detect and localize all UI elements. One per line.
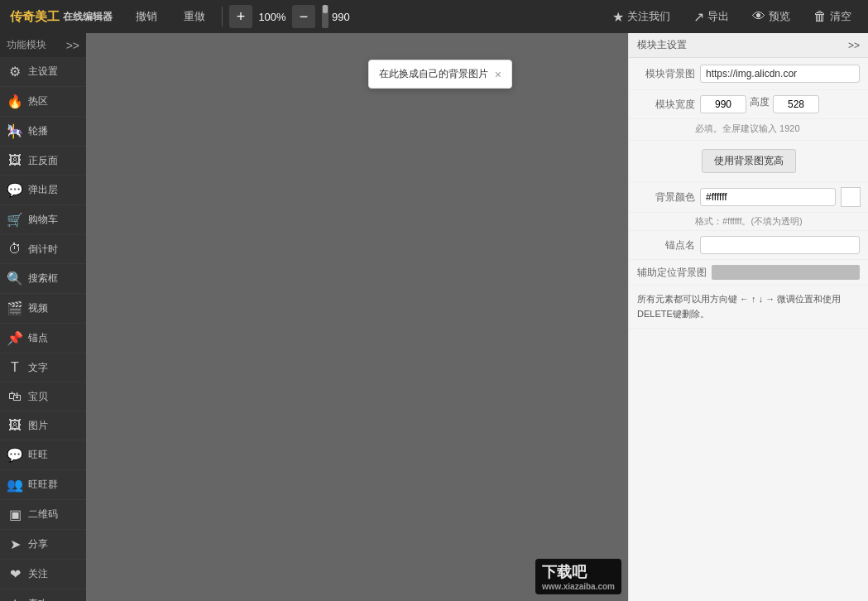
assist-bg-row: 辅助定位背景图 <box>629 260 868 286</box>
color-input[interactable] <box>700 188 836 206</box>
height-input[interactable] <box>773 95 819 113</box>
color-label: 背景颜色 <box>637 190 695 204</box>
color-swatch[interactable] <box>841 187 861 207</box>
sidebar-item-wangwang-group[interactable]: 👥 旺旺群 <box>0 470 86 500</box>
sidebar-item-main-settings[interactable]: ⚙ 主设置 <box>0 57 86 87</box>
format-hint-text: 格式：#ffffff。(不填为透明) <box>695 216 803 226</box>
anchor-row: 锚点名 <box>629 231 868 260</box>
sidebar-header: 功能模块 >> <box>0 33 86 57</box>
tooltip-close-button[interactable]: × <box>495 68 501 81</box>
sidebar-label-countdown: 倒计时 <box>28 243 58 257</box>
divider-1 <box>222 7 223 26</box>
sidebar-item-front-back[interactable]: 🖼 正反面 <box>0 147 86 175</box>
width-label: 模块宽度 <box>637 98 695 112</box>
export-button[interactable]: ↗ 导出 <box>683 2 739 31</box>
sidebar-item-text[interactable]: T 文字 <box>0 353 86 382</box>
logo-text: 传奇美工 <box>10 9 60 25</box>
panel-width-row: 模块宽度 高度 <box>629 90 868 119</box>
like-icon: ★ <box>7 596 23 601</box>
sidebar: 功能模块 >> ⚙ 主设置 🔥 热区 🎠 轮播 🖼 正反面 💬 弹出层 🛒 购物… <box>0 33 86 601</box>
zoom-value: 100% <box>257 11 287 23</box>
sidebar-item-anchor[interactable]: 📌 锚点 <box>0 324 86 353</box>
zoom-out-button[interactable]: − <box>292 5 315 28</box>
anchor-label: 锚点名 <box>637 238 695 252</box>
sidebar-label-text: 文字 <box>28 361 48 375</box>
sidebar-label-image: 图片 <box>28 419 48 433</box>
panel-bg-image-row: 模块背景图 <box>629 58 868 90</box>
carousel-icon: 🎠 <box>7 123 23 139</box>
clear-button[interactable]: 🗑 清空 <box>803 2 861 31</box>
assist-bg-label: 辅助定位背景图 <box>637 266 707 280</box>
width-input[interactable] <box>700 95 746 113</box>
share-icon: ➤ <box>7 536 23 552</box>
sidebar-label-share: 分享 <box>28 537 48 551</box>
sidebar-label-front-back: 正反面 <box>28 154 58 168</box>
export-label: 导出 <box>707 9 729 24</box>
sidebar-item-countdown[interactable]: ⏱ 倒计时 <box>0 235 86 264</box>
watermark-line2: www.xiazaiba.com <box>542 582 615 591</box>
sidebar-item-video[interactable]: 🎬 视频 <box>0 294 86 324</box>
use-size-button[interactable]: 使用背景图宽高 <box>702 149 796 173</box>
cart-icon: 🛒 <box>7 212 23 228</box>
hint-row: 必填。全屏建议输入 1920 <box>629 119 868 141</box>
follow-heart-icon: ❤ <box>7 566 23 582</box>
dim-box: 高度 <box>700 95 819 113</box>
tip-text: 所有元素都可以用方向键 ← ↑ ↓ → 微调位置和使用DELETE键删除。 <box>637 294 841 319</box>
sidebar-item-carousel[interactable]: 🎠 轮播 <box>0 117 86 147</box>
panel-section-label: 模块主设置 <box>637 38 687 52</box>
sidebar-expand-icon[interactable]: >> <box>66 39 79 52</box>
sidebar-label-qrcode: 二维码 <box>28 507 58 522</box>
follow-button[interactable]: ★ 关注我们 <box>602 2 680 31</box>
preview-icon: 👁 <box>752 9 765 24</box>
undo-button[interactable]: 撤销 <box>122 0 170 33</box>
panel-expand-icon[interactable]: >> <box>848 40 860 51</box>
anchor-input[interactable] <box>700 236 860 254</box>
sidebar-item-hotzone[interactable]: 🔥 热区 <box>0 87 86 117</box>
sidebar-label-carousel: 轮播 <box>28 124 48 138</box>
sidebar-label-cart: 购物车 <box>28 213 58 227</box>
scroll-bar <box>322 5 328 28</box>
sidebar-item-qrcode[interactable]: ▣ 二维码 <box>0 500 86 530</box>
preview-button[interactable]: 👁 预览 <box>742 2 800 31</box>
wangwang-group-icon: 👥 <box>7 477 23 493</box>
scroll-value: 990 <box>332 11 350 23</box>
sidebar-item-share[interactable]: ➤ 分享 <box>0 530 86 560</box>
canvas-area[interactable]: 在此换成自己的背景图片 × 下载吧 www.xiazaiba.com <box>86 33 628 601</box>
hotzone-icon: 🔥 <box>7 94 23 109</box>
sidebar-label-search: 搜索框 <box>28 272 58 286</box>
settings-icon: ⚙ <box>7 64 23 79</box>
sidebar-label-anchor: 锚点 <box>28 331 48 345</box>
watermark: 下载吧 www.xiazaiba.com <box>535 559 621 594</box>
sidebar-item-wangwang[interactable]: 💬 旺旺 <box>0 440 86 470</box>
zoom-in-button[interactable]: + <box>229 5 252 28</box>
sidebar-item-search[interactable]: 🔍 搜索框 <box>0 264 86 294</box>
tip-row: 所有元素都可以用方向键 ← ↑ ↓ → 微调位置和使用DELETE键删除。 <box>629 286 868 329</box>
sidebar-item-like[interactable]: ★ 喜欢 <box>0 589 86 601</box>
front-back-icon: 🖼 <box>7 153 23 168</box>
sidebar-item-popup[interactable]: 💬 弹出层 <box>0 175 86 205</box>
text-icon: T <box>7 360 23 375</box>
clear-icon: 🗑 <box>813 9 827 24</box>
bg-image-input[interactable] <box>700 65 860 83</box>
panel-section-header: 模块主设置 >> <box>629 33 868 58</box>
countdown-icon: ⏱ <box>7 242 23 257</box>
header-right: ★ 关注我们 ↗ 导出 👁 预览 🗑 清空 <box>602 2 868 31</box>
sidebar-item-product[interactable]: 🛍 宝贝 <box>0 382 86 411</box>
right-panel: 模块主设置 >> 模块背景图 模块宽度 高度 必填。全屏建议输入 1920 使用… <box>628 33 868 601</box>
follow-icon: ★ <box>612 9 624 25</box>
wangwang-icon: 💬 <box>7 447 23 463</box>
sidebar-item-image[interactable]: 🖼 图片 <box>0 411 86 440</box>
sidebar-label-popup: 弹出层 <box>28 183 58 197</box>
clear-label: 清空 <box>830 9 851 24</box>
tooltip-box: 在此换成自己的背景图片 × <box>368 60 512 89</box>
tooltip-text: 在此换成自己的背景图片 <box>379 67 488 81</box>
hint-text: 必填。全屏建议输入 1920 <box>695 123 800 133</box>
redo-button[interactable]: 重做 <box>170 0 218 33</box>
sidebar-label-video: 视频 <box>28 301 48 315</box>
video-icon: 🎬 <box>7 300 23 316</box>
header: 传奇美工 在线编辑器 撤销 重做 + 100% − 990 ★ 关注我们 ↗ 导… <box>0 0 868 33</box>
sidebar-item-follow[interactable]: ❤ 关注 <box>0 560 86 589</box>
main-layout: 功能模块 >> ⚙ 主设置 🔥 热区 🎠 轮播 🖼 正反面 💬 弹出层 🛒 购物… <box>0 33 868 601</box>
product-icon: 🛍 <box>7 389 23 404</box>
sidebar-item-cart[interactable]: 🛒 购物车 <box>0 205 86 235</box>
